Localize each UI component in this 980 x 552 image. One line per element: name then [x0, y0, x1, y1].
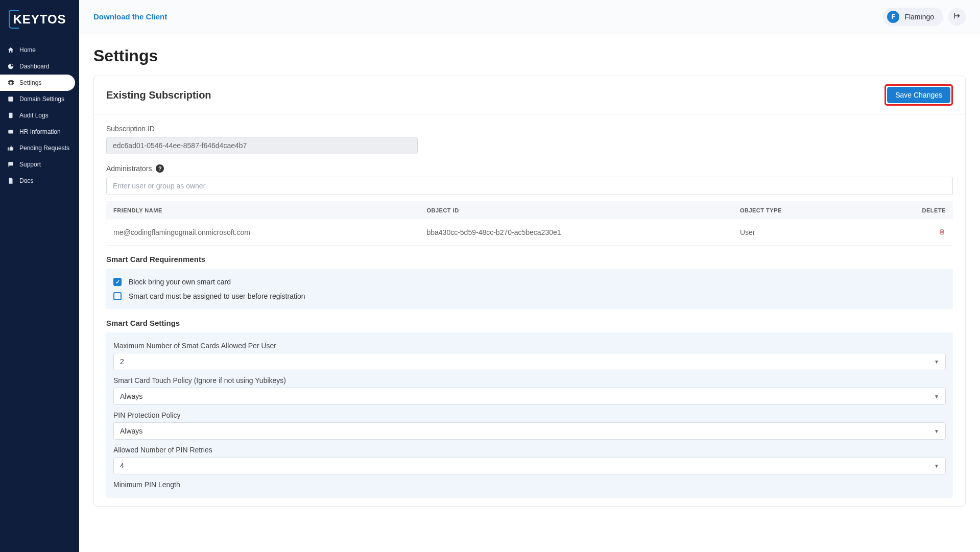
col-friendly-name: FRIENDLY NAME [106, 201, 419, 220]
administrators-label: Administrators [106, 164, 152, 173]
nav-list: Home Dashboard Settings Domain Settings … [0, 42, 79, 189]
topbar-left: Download the Client [93, 12, 167, 21]
topbar: Download the Client F Flamingo [79, 0, 980, 34]
sidebar-item-label: Docs [19, 177, 33, 184]
administrators-label-row: Administrators ? [106, 164, 953, 173]
download-client-link[interactable]: Download the Client [93, 12, 167, 21]
topbar-right: F Flamingo [883, 8, 966, 26]
svg-rect-2 [9, 113, 13, 118]
chevron-down-icon: ▼ [934, 428, 939, 434]
avatar: F [887, 11, 899, 23]
subscription-id-input [106, 137, 418, 154]
setting-touch-policy-label: Smart Card Touch Policy (Ignore if not u… [113, 376, 946, 385]
sidebar-item-audit-logs[interactable]: Audit Logs [0, 107, 79, 124]
checkbox-label: Block bring your own smart card [129, 278, 231, 286]
select-max-cards[interactable]: 2▼ [113, 353, 946, 370]
sidebar-item-label: HR Information [19, 128, 61, 135]
col-delete: DELETE [885, 201, 953, 220]
subscription-card: Existing Subscription Save Changes Subsc… [93, 76, 966, 507]
smartcard-requirements-title: Smart Card Requirenments [106, 255, 953, 263]
card-body: Subscription ID Administrators ? FRIENDL… [94, 114, 965, 506]
administrators-input[interactable] [106, 177, 953, 195]
table-row: me@codingflamingogmail.onmicrosoft.com b… [106, 220, 953, 246]
subscription-id-label: Subscription ID [106, 125, 953, 133]
smartcard-requirements-panel: Block bring your own smart card Smart ca… [106, 269, 953, 309]
sidebar: KEYTOS Home Dashboard Settings Domain Se… [0, 0, 79, 552]
chevron-down-icon: ▼ [934, 394, 939, 399]
home-icon [7, 46, 14, 54]
sidebar-item-label: Support [19, 161, 41, 168]
sidebar-item-label: Pending Requests [19, 145, 69, 152]
checkbox-block-byo[interactable] [113, 278, 122, 286]
sidebar-item-domain-settings[interactable]: Domain Settings [0, 91, 79, 107]
smartcard-settings-title: Smart Card Settings [106, 319, 953, 327]
svg-rect-3 [8, 130, 13, 134]
doc-icon [7, 177, 14, 184]
administrators-table: FRIENDLY NAME OBJECT ID OBJECT TYPE DELE… [106, 201, 953, 246]
col-object-type: OBJECT TYPE [733, 201, 885, 220]
select-value: 2 [120, 357, 124, 366]
sidebar-item-hr-information[interactable]: HR Information [0, 124, 79, 140]
card-header: Existing Subscription Save Changes [94, 76, 965, 114]
logout-button[interactable] [948, 8, 966, 26]
setting-min-pin-length-label: Minimum PIN Length [113, 481, 946, 489]
sidebar-item-label: Settings [19, 79, 41, 86]
thumb-icon [7, 145, 14, 152]
domain-icon [7, 95, 14, 103]
logo: KEYTOS [0, 7, 79, 42]
setting-pin-retries-label: Allowed Number of PIN Retries [113, 446, 946, 454]
user-name: Flamingo [904, 13, 934, 21]
sidebar-item-label: Home [19, 46, 36, 54]
save-highlight: Save Changes [885, 84, 953, 106]
setting-pin-protection-label: PIN Protection Policy [113, 411, 946, 419]
select-pin-protection[interactable]: Always▼ [113, 422, 946, 440]
main: Download the Client F Flamingo Settings … [79, 0, 980, 552]
smartcard-settings-panel: Maximum Number of Smat Cards Allowed Per… [106, 332, 953, 498]
cell-friendly-name: me@codingflamingogmail.onmicrosoft.com [106, 220, 419, 246]
chevron-down-icon: ▼ [934, 463, 939, 469]
content: Settings Existing Subscription Save Chan… [79, 34, 980, 552]
checkbox-label: Smart card must be assigned to user befo… [129, 292, 305, 300]
chevron-down-icon: ▼ [934, 359, 939, 365]
page-title: Settings [93, 46, 966, 65]
sidebar-item-label: Audit Logs [19, 112, 49, 119]
logo-text: KEYTOS [13, 12, 66, 27]
sidebar-item-pending-requests[interactable]: Pending Requests [0, 140, 79, 156]
table-header-row: FRIENDLY NAME OBJECT ID OBJECT TYPE DELE… [106, 201, 953, 220]
trash-icon[interactable] [938, 229, 946, 237]
logout-icon [953, 12, 961, 22]
gear-icon [7, 79, 14, 86]
sidebar-item-docs[interactable]: Docs [0, 173, 79, 189]
check-row-assign-before: Smart card must be assigned to user befo… [113, 289, 946, 303]
setting-max-cards-label: Maximum Number of Smat Cards Allowed Per… [113, 342, 946, 350]
select-pin-retries[interactable]: 4▼ [113, 457, 946, 474]
col-object-id: OBJECT ID [419, 201, 732, 220]
clipboard-icon [7, 112, 14, 119]
cell-object-type: User [733, 220, 885, 246]
cell-delete [885, 220, 953, 246]
sidebar-item-label: Domain Settings [19, 95, 64, 103]
help-icon[interactable]: ? [156, 164, 164, 173]
svg-rect-1 [8, 97, 13, 101]
select-touch-policy[interactable]: Always▼ [113, 388, 946, 405]
sidebar-item-dashboard[interactable]: Dashboard [0, 58, 79, 75]
sidebar-item-label: Dashboard [19, 63, 50, 70]
user-chip[interactable]: F Flamingo [883, 8, 943, 26]
dashboard-icon [7, 63, 14, 70]
sidebar-item-support[interactable]: Support [0, 156, 79, 173]
id-icon [7, 128, 14, 135]
select-value: Always [120, 427, 142, 435]
sidebar-item-home[interactable]: Home [0, 42, 79, 58]
select-value: Always [120, 392, 142, 400]
check-row-block-byo: Block bring your own smart card [113, 275, 946, 289]
card-title: Existing Subscription [106, 89, 211, 101]
chat-icon [7, 161, 14, 168]
sidebar-item-settings[interactable]: Settings [0, 75, 75, 91]
cell-object-id: bba430cc-5d59-48cc-b270-ac5beca230e1 [419, 220, 732, 246]
select-value: 4 [120, 462, 124, 470]
save-changes-button[interactable]: Save Changes [887, 87, 950, 103]
checkbox-assign-before[interactable] [113, 292, 122, 300]
